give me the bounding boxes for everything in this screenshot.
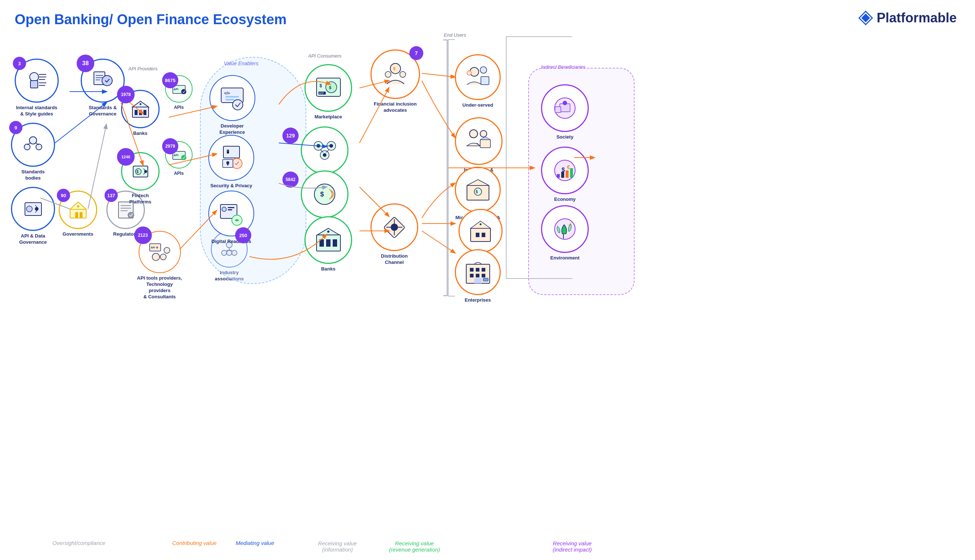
fintech-consumer-badge-outer: 5842 (283, 172, 299, 188)
banks-label: Banks (133, 130, 147, 137)
banks-apis-badge: 8675 (162, 72, 178, 88)
distribution-channel-node: DistributionChannel (371, 203, 418, 266)
svg-point-37 (35, 207, 38, 211)
svg-point-121 (480, 67, 487, 73)
svg-rect-155 (565, 170, 569, 178)
svg-point-47 (77, 205, 79, 207)
svg-text:</>: </> (224, 91, 230, 95)
svg-rect-153 (557, 174, 560, 178)
internal-standards-badge: 3 (13, 57, 26, 70)
svg-rect-45 (75, 212, 78, 218)
dev-experience-node: </> Developer Experience (208, 75, 256, 136)
svg-point-52 (128, 212, 134, 218)
internal-standards-label: Internal standards& Style guides (16, 105, 58, 117)
svg-rect-154 (561, 172, 564, 178)
svg-point-58 (139, 103, 141, 105)
svg-text:$: $ (320, 190, 324, 198)
receiving-indirect-label: Receiving value(indirect impact) (521, 540, 624, 553)
environment-label: Environment (550, 255, 579, 261)
dev-experience-label: Developer Experience (208, 123, 256, 136)
value-enablers-label: Value Enablers (224, 60, 258, 66)
standards-governance-label: Standards &Governance (89, 105, 117, 117)
distribution-channel-label: DistributionChannel (381, 253, 408, 266)
standards-bodies-badge: 9 (9, 121, 22, 134)
svg-rect-138 (470, 268, 473, 272)
svg-rect-132 (471, 228, 490, 242)
financial-inclusion-label: Financial inclusionadvocates (374, 101, 417, 113)
svg-rect-145 (483, 278, 488, 281)
banks-consumer-label: Banks (321, 266, 335, 272)
svg-rect-24 (30, 81, 38, 88)
svg-point-71 (152, 253, 160, 260)
governments-label: Governments (63, 231, 94, 237)
fintech-apis-node: 2979 API APIs (165, 141, 192, 177)
svg-point-68 (181, 155, 186, 160)
svg-text:APP: APP (319, 92, 324, 95)
svg-rect-134 (476, 233, 480, 237)
svg-point-72 (160, 254, 166, 260)
svg-rect-88 (227, 163, 229, 165)
svg-point-130 (474, 188, 482, 195)
svg-text:API: API (174, 88, 178, 91)
svg-point-136 (480, 223, 482, 225)
svg-point-116 (400, 72, 406, 77)
api-data-governance-node: API & DataGovernance (11, 187, 55, 245)
fintech-platforms-node: 1246 $ FintechPlatforms (121, 152, 160, 205)
svg-point-36 (27, 206, 32, 212)
fintech-platforms-badge: 1246 (117, 148, 135, 166)
svg-point-23 (30, 73, 38, 82)
oversight-label: Oversight/compliance (15, 540, 143, 546)
svg-point-124 (470, 130, 478, 138)
aggregators-badge: 129 (283, 128, 299, 144)
svg-rect-91 (228, 207, 234, 208)
enterprises-node: Enterprises (455, 249, 501, 303)
under-served-label: Under-served (463, 102, 493, 108)
mediating-label: Mediating value (209, 540, 301, 546)
svg-text:API ⚙: API ⚙ (151, 246, 158, 249)
financial-inclusion-node: 7 $ Financial inclusionadvocates (371, 50, 420, 113)
api-tools-node: 2123 API ⚙ API tools providers,Technolog… (136, 231, 183, 300)
financial-inclusion-badge: 7 (410, 46, 423, 60)
indirect-beneficiaries-label: Indirect Beneficiaries (541, 64, 585, 70)
svg-text:📱: 📱 (226, 149, 230, 154)
api-tools-badge: 2123 (134, 227, 152, 244)
governments-node: 90 Governments (59, 190, 97, 237)
society-label: Society (557, 134, 573, 140)
api-data-governance-label: API & DataGovernance (19, 233, 47, 245)
api-providers-label: API Providers (129, 66, 157, 72)
banks-apis-label: APIs (174, 105, 184, 111)
environment-node: ~ Environment (541, 205, 589, 261)
svg-text:API: API (174, 153, 178, 157)
svg-point-61 (181, 89, 186, 94)
standards-governance-badge: 38 (77, 55, 94, 72)
svg-rect-143 (482, 274, 485, 277)
svg-point-65 (144, 170, 147, 173)
svg-rect-126 (480, 140, 490, 148)
economy-node: $ € Economy (541, 147, 589, 203)
marketplace-label: Marketplace (314, 114, 342, 120)
banks-api-provider-node: 1978 Banks (121, 90, 160, 137)
svg-point-119 (391, 223, 398, 231)
svg-point-103 (316, 144, 320, 148)
svg-point-42 (102, 75, 112, 86)
standards-governance-node: 38 Standards &Governance (81, 58, 125, 117)
svg-rect-140 (482, 268, 485, 272)
fintech-apis-label: APIs (174, 171, 184, 177)
svg-rect-139 (476, 268, 480, 272)
svg-point-113 (327, 230, 329, 233)
marketplace-node: $ $ APP Marketplace (304, 64, 352, 120)
banks-consumer-node: Banks (304, 216, 352, 272)
svg-rect-122 (481, 77, 489, 85)
page-title: Open Banking/ Open Finance Ecosystem (15, 12, 286, 27)
svg-point-115 (385, 72, 391, 77)
governments-badge: 90 (57, 189, 70, 202)
enterprises-label: Enterprises (465, 297, 491, 303)
standards-bodies-label: Standardsbodies (21, 169, 45, 182)
svg-point-32 (36, 144, 42, 150)
svg-text:~: ~ (571, 219, 573, 223)
svg-point-125 (480, 130, 487, 137)
svg-line-14 (422, 73, 455, 77)
svg-rect-56 (139, 110, 142, 115)
industry-assoc-badge: 250 (235, 227, 251, 243)
svg-text:$: $ (329, 85, 331, 90)
